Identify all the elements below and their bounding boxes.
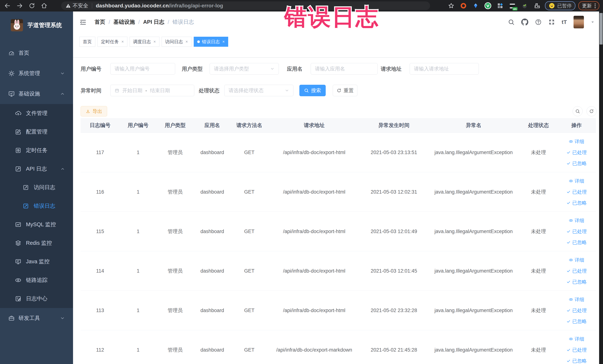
sidebar-item-file-management[interactable]: 文件管理 [0,104,73,123]
refresh-table-button[interactable] [587,106,596,116]
breadcrumb-api-log[interactable]: API 日志 [143,18,164,26]
detail-link[interactable]: 详细 [569,257,584,263]
bookmark-star-icon[interactable] [447,2,455,10]
sidebar-item-redis-monitor[interactable]: Redis 监控 [0,234,73,252]
detail-link[interactable]: 详细 [569,296,584,303]
monitor-check-icon [8,91,15,97]
tab-access-log[interactable]: 访问日志× [162,37,191,47]
sidebar-item-java-monitor[interactable]: Java 监控 [0,252,73,271]
user-avatar[interactable] [574,16,584,28]
browser-home-icon[interactable] [39,1,49,11]
mark-processed-link[interactable]: 已处理 [566,189,587,195]
sidebar-collapse-icon[interactable] [79,19,87,26]
close-icon[interactable]: × [186,39,188,44]
extension-orange-ring-icon[interactable] [459,2,467,10]
close-icon[interactable]: × [222,39,225,44]
app-name-input[interactable]: 请输入应用名 [311,63,378,75]
sidebar-item-mysql-monitor[interactable]: MySQL 监控 [0,215,73,234]
mark-ignored-link[interactable]: 已忽略 [566,318,587,325]
detail-link[interactable]: 详细 [569,217,584,224]
browser-forward-icon[interactable] [15,1,24,11]
paused-label: 已暂停 [557,3,572,9]
extensions-puzzle-icon[interactable] [533,2,541,10]
mark-ignored-link[interactable]: 已忽略 [566,358,587,364]
sidebar-item-scheduled-jobs[interactable]: 定时任务 [0,141,73,160]
reset-button[interactable]: 重置 [333,85,357,96]
cell-user-id: 1 [120,308,157,313]
detail-link[interactable]: 详细 [569,178,584,184]
app-window: 不安全 dashboard.yudao.iocoder.cn/infra/log… [0,0,603,364]
close-icon[interactable]: × [121,39,124,44]
mark-processed-link[interactable]: 已处理 [566,307,587,314]
exception-time-range-picker[interactable]: 开始日期 - 结束日期 [110,85,194,96]
browser-reload-icon[interactable] [27,1,37,11]
detail-link[interactable]: 详细 [569,138,584,145]
cell-user-id: 1 [120,189,157,195]
scrollbar-thumb[interactable] [600,13,603,45]
page-scrollbar[interactable] [599,12,603,364]
extension-green-sprout-icon[interactable] [521,2,529,10]
extension-blue-gem-icon[interactable] [472,2,480,10]
help-icon[interactable] [535,19,542,25]
user-id-input[interactable]: 请输入用户编号 [110,63,175,75]
mark-ignored-link[interactable]: 已忽略 [566,160,587,167]
close-icon[interactable]: × [153,39,156,44]
breadcrumb-infrastructure[interactable]: 基础设施 [114,18,135,26]
browser-update-pill[interactable]: 更新 [578,1,599,10]
url-path: /infra/log/api-error-log [169,3,223,9]
detail-link[interactable]: 详细 [569,336,584,342]
sidebar-item-config-management[interactable]: 配置管理 [0,123,73,141]
mark-processed-link[interactable]: 已处理 [566,347,587,353]
browser-back-icon[interactable] [3,1,12,11]
col-exception-name: 异常名 [427,122,520,129]
breadcrumb-home[interactable]: 首页 [94,18,105,26]
filter-label-user-id: 用户编号 [81,63,101,75]
header-search-icon[interactable] [508,19,515,25]
sidebar-item-dev-tools[interactable]: 研发工具 [0,308,73,329]
chevron-down-icon [285,88,289,93]
extension-adblock-on-icon[interactable]: on [508,2,516,10]
tab-scheduled-jobs[interactable]: 定时任务× [97,37,127,47]
dashboard-icon [8,50,15,56]
tab-error-log[interactable]: 错误日志× [194,37,228,47]
sidebar-item-infrastructure[interactable]: 基础设施 [0,84,73,104]
mark-ignored-link[interactable]: 已忽略 [566,200,587,206]
sidebar-item-api-log[interactable]: API 日志 [0,160,73,178]
profile-paused-pill[interactable]: 已暂停 [545,1,575,10]
search-button[interactable]: 搜索 [299,85,326,96]
error-log-table: 日志编号 用户编号 用户类型 应用名 请求方法名 请求地址 异常发生时间 异常名… [81,118,596,364]
sidebar-item-access-log[interactable]: 访问日志 [0,178,73,197]
check-icon [566,240,571,245]
process-status-select[interactable]: 请选择处理状态 [224,85,293,96]
cell-app-name: dashboard [194,229,231,234]
table-row: 112 1 管理员 dashboard GET /api/infra/db-do… [81,330,596,364]
export-button[interactable]: 导出 [81,106,107,117]
github-icon[interactable] [521,19,528,26]
sidebar-item-home[interactable]: 首页 [0,43,73,63]
app-logo-row[interactable]: 芋道管理系统 [0,12,73,34]
cell-process-status: 未处理 [520,188,557,195]
mark-ignored-link[interactable]: 已忽略 [566,279,587,285]
font-size-icon[interactable]: tT [562,19,567,25]
tags-view-bar: 首页 定时任务× 调度日志× 访问日志× 错误日志× [73,33,603,58]
mark-processed-link[interactable]: 已处理 [566,149,587,156]
mark-processed-link[interactable]: 已处理 [566,228,587,235]
sidebar-item-tracing[interactable]: 链路追踪 [0,271,73,289]
mark-processed-link[interactable]: 已处理 [566,268,587,274]
extension-green-check-icon[interactable] [484,2,492,10]
tab-home[interactable]: 首页 [79,37,95,47]
avatar-dropdown-caret-icon[interactable] [591,20,595,24]
tab-schedule-log[interactable]: 调度日志× [129,37,159,47]
mark-ignored-link[interactable]: 已忽略 [566,239,587,246]
fullscreen-icon[interactable] [548,19,555,25]
layers-icon [15,240,22,247]
extension-grid-diamond-icon[interactable] [496,2,504,10]
sidebar-item-error-log[interactable]: 错误日志 [0,197,73,215]
address-bar[interactable]: 不安全 dashboard.yudao.iocoder.cn/infra/log… [61,1,430,10]
toggle-search-button[interactable] [573,106,583,116]
kebab-menu-icon[interactable] [595,3,596,8]
sidebar-item-system[interactable]: 系统管理 [0,63,73,84]
sidebar-item-log-center[interactable]: 日志中心 [0,289,73,308]
request-url-input[interactable]: 请输入请求地址 [410,63,479,75]
user-type-select[interactable]: 请选择用户类型 [210,63,279,75]
